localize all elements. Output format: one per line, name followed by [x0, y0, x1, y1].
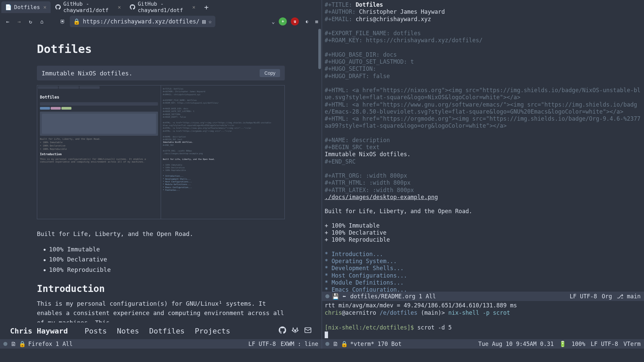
buffer-name: Firefox [28, 341, 52, 347]
screenshot-image: Dotfiles Built for Life, Liberty, and th… [37, 85, 285, 219]
terminal-output: rtt min/avg/max/mdev = 49.294/186.651/36… [325, 302, 641, 309]
reload-button[interactable]: ↻ [26, 17, 35, 26]
extension-icon[interactable]: + [279, 17, 287, 25]
feature-list: 100% Immutable 100% Declarative 100% Rep… [37, 244, 285, 275]
tab-favicon: 📄 [5, 4, 11, 10]
encoding: LF UTF-8 [570, 293, 597, 300]
git-branch: ⎇ main [617, 293, 641, 300]
major-mode: VTerm [624, 341, 641, 347]
lock-icon: 🔒 [341, 341, 347, 347]
file-icon: 🗎 [11, 341, 16, 347]
nav-link-dotfiles[interactable]: Dotfiles [149, 327, 185, 335]
browser-tab-strip: 📄 Dotfiles × GitHub - chayward1/dotf × G… [0, 0, 322, 14]
github-icon[interactable] [279, 326, 286, 336]
encoding: LF UTF-8 [249, 341, 276, 347]
major-mode: EXWM : line [280, 341, 318, 347]
browser-tab-active[interactable]: 📄 Dotfiles × [1, 1, 51, 13]
tab-title: GitHub - chayward1/dotf [63, 1, 114, 13]
terminal-prompt-line: chris@acernitro /e/dotfiles (main)> nix-… [325, 309, 641, 316]
forward-button[interactable]: → [15, 17, 23, 26]
buffer-position: 170 Bot [378, 341, 402, 347]
site-nav: Chris Hayward Posts Notes Dotfiles Proje… [0, 322, 322, 339]
close-icon[interactable]: × [192, 4, 196, 10]
encoding: LF UTF-8 [591, 341, 618, 347]
buffer-position: 1 All [419, 293, 436, 300]
bookmark-star-icon[interactable]: ☆ [208, 18, 212, 25]
back-button[interactable]: ← [3, 17, 12, 26]
browser-tab[interactable]: GitHub - chayward1/dotf × [126, 0, 200, 16]
extension-icon[interactable]: ◐ [303, 17, 311, 25]
site-brand[interactable]: Chris Hayward [10, 327, 68, 335]
list-item: 100% Declarative [44, 254, 285, 265]
lock-icon: 🔒 [73, 18, 80, 25]
vterm-modeline: 🗎 🔒 *vterm* 170 Bot Tue Aug 10 9:45AM 0.… [322, 339, 644, 349]
status-dot-icon [325, 294, 329, 298]
shield-icon[interactable]: ⛨ [58, 17, 67, 26]
new-tab-button[interactable]: + [200, 1, 213, 13]
browser-toolbar: ← → ↻ ⌂ ⛨ 🔒 https://chrishayward.xyz/dot… [0, 14, 322, 29]
url-bar[interactable]: 🔒 https://chrishayward.xyz/dotfiles/ ▤ ☆ [70, 16, 215, 27]
home-button[interactable]: ⌂ [38, 17, 46, 26]
tagline: Built for Life, Liberty, and the Open Ro… [37, 229, 285, 239]
tab-title: GitHub - chayward1/dotf [138, 1, 189, 13]
terminal-blank [325, 316, 641, 324]
list-item: 100% Immutable [44, 244, 285, 255]
lock-icon: 🔒 [19, 341, 25, 347]
buffer-position: 1 All [56, 341, 73, 347]
major-mode: Org [602, 293, 612, 300]
status-dot-icon [3, 342, 7, 346]
scrollbar[interactable] [318, 29, 321, 322]
buffer-name: *vterm* [350, 341, 374, 347]
url-text: https://chrishayward.xyz/dotfiles/ [83, 18, 200, 25]
description-text: Immutable NixOS dotfiles. [42, 70, 132, 77]
editor-buffer[interactable]: #+TITLE: Dotfiles#+AUTHOR: Christopher J… [322, 0, 644, 292]
intro-heading: Introduction [37, 283, 285, 294]
firefox-modeline: 🗎 🔒 Firefox 1 All LF UTF-8 EXWM : line [0, 339, 322, 349]
page-content: Dotfiles Immutable NixOS dotfiles. Copy … [0, 29, 322, 322]
terminal[interactable]: rtt min/avg/max/mdev = 49.294/186.651/36… [322, 301, 644, 339]
datetime: Tue Aug 10 9:45AM 0.31 [478, 341, 554, 347]
reader-mode-icon[interactable]: ▤ [202, 18, 206, 25]
browser-tab[interactable]: GitHub - chayward1/dotf × [51, 0, 125, 16]
mail-icon[interactable] [304, 326, 312, 336]
copy-button[interactable]: Copy [260, 69, 280, 77]
pocket-icon[interactable]: ⌄ [272, 18, 275, 25]
editor-modeline: 💾 ⬅ dotfiles/README.org 1 All LF UTF-8 O… [322, 292, 644, 301]
terminal-prompt-line: [nix-shell:/etc/dotfiles]$ scrot -d 5 [325, 324, 641, 331]
close-icon[interactable]: × [43, 4, 47, 10]
list-item: 100% Reproducible [44, 265, 285, 275]
battery-pct: 100% [572, 341, 585, 347]
ublock-icon[interactable]: u [291, 17, 299, 25]
intro-paragraph: This is my personal configuration(s) for… [37, 299, 285, 322]
nav-link-notes[interactable]: Notes [117, 327, 139, 335]
description-block: Immutable NixOS dotfiles. Copy [37, 66, 285, 80]
terminal-cursor-line [325, 331, 641, 339]
close-icon[interactable]: × [118, 4, 121, 10]
battery-icon: 🔋 [559, 341, 566, 347]
nav-link-posts[interactable]: Posts [85, 327, 107, 335]
gitlab-icon[interactable] [291, 326, 299, 336]
buffer-name: dotfiles/README.org [350, 293, 415, 300]
back-arrow-icon: ⬅ [341, 294, 347, 299]
save-icon: 💾 [333, 294, 338, 299]
github-icon [55, 4, 61, 10]
file-icon: 🗎 [333, 341, 338, 347]
page-title: Dotfiles [37, 42, 285, 56]
nav-link-projects[interactable]: Projects [195, 327, 230, 335]
status-dot-icon [325, 342, 329, 346]
tab-title: Dotfiles [14, 4, 40, 10]
github-icon [130, 4, 135, 10]
menu-icon[interactable]: ≡ [315, 18, 318, 25]
